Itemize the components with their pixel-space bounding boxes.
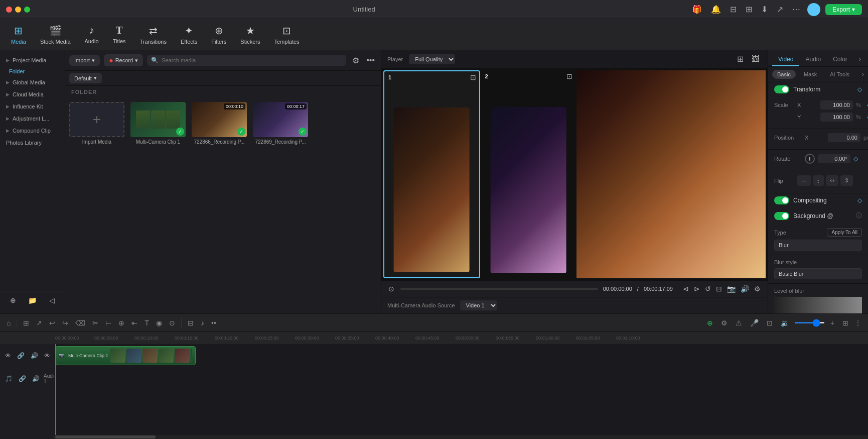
tl-add-btn[interactable]: + [828, 317, 837, 328]
list-item[interactable]: + Import Media [69, 102, 124, 145]
rotate-dial[interactable] [805, 154, 815, 164]
preview-icon-1[interactable]: ⊞ [735, 53, 746, 65]
apply-all-button[interactable]: Apply To All [827, 228, 862, 237]
toolbar-audio[interactable]: ♪ Audio [79, 22, 105, 47]
sub-tab-more-icon[interactable]: › [862, 71, 864, 78]
tab-video[interactable]: Video [772, 53, 799, 66]
more-tabs-icon[interactable]: › [856, 53, 864, 66]
tl-list-view-btn[interactable]: ⊞ [840, 317, 851, 328]
fullscreen-button[interactable] [24, 7, 30, 13]
compositing-keyframe[interactable]: ◇ [857, 197, 862, 204]
compositing-toggle[interactable] [774, 196, 789, 204]
sub-tab-basic[interactable]: Basic [772, 70, 796, 79]
tl-marker-btn[interactable]: ◉ [154, 317, 165, 328]
camera-view-2[interactable]: 2 ⊡ [481, 70, 576, 278]
track-eye-icon[interactable]: 👁 [3, 351, 13, 360]
flip-v-btn[interactable]: ↕ [813, 175, 824, 186]
toolbar-stock[interactable]: 🎬 Stock Media [34, 22, 77, 48]
tl-mic-btn[interactable]: 🎤 [748, 317, 761, 328]
tl-trim-btn[interactable]: ⊢ [103, 317, 114, 328]
audio-track-icon-1[interactable]: 🎵 [3, 374, 15, 383]
sidebar-item-folder[interactable]: Folder [0, 66, 65, 76]
tl-audio-btn[interactable]: ♪ [198, 317, 207, 328]
more-options-icon[interactable]: ••• [364, 55, 377, 66]
fullscreen-button[interactable]: ⊡ [715, 284, 723, 294]
track-link-icon[interactable]: 🔗 [15, 351, 27, 360]
track-audio-icon[interactable]: 🔊 [29, 351, 40, 360]
tl-grid-view-btn[interactable]: ⋮ [852, 317, 864, 328]
scale-y-input[interactable] [820, 113, 853, 122]
audio-track-icon-2[interactable]: 🔗 [17, 374, 28, 383]
tl-select-btn[interactable]: ↗ [34, 317, 45, 328]
speed-button[interactable]: ↺ [704, 284, 712, 294]
rotate-keyframe[interactable]: ◇ [853, 155, 858, 162]
list-item[interactable]: 00:00:10 ✓ 722866_Recording P... [192, 102, 247, 145]
tab-audio[interactable]: Audio [799, 53, 827, 66]
flip-h2-btn[interactable]: ⇔ [826, 175, 838, 186]
scrollbar-thumb[interactable] [55, 435, 156, 438]
timeline-scrollbar[interactable] [54, 435, 868, 439]
tl-home-btn[interactable]: ⌂ [4, 317, 13, 328]
sidebar-item-global-media[interactable]: ▶ Global Media [0, 76, 65, 88]
grid-icon[interactable]: ⊟ [728, 4, 739, 15]
tl-redo-btn[interactable]: ↪ [60, 317, 71, 328]
sidebar-item-project-media[interactable]: ▶ Project Media [0, 54, 65, 66]
video-clip[interactable]: 📷 Multi-Camera Clip 1 [55, 346, 196, 365]
tl-alert-btn[interactable]: ⚠ [733, 317, 745, 328]
tl-snap-btn[interactable]: ⊟ [185, 317, 196, 328]
tl-more-btn[interactable]: •• [209, 317, 219, 328]
quality-select[interactable]: Full Quality [409, 54, 455, 64]
tl-split-btn[interactable]: ✂ [90, 317, 101, 328]
minimize-button[interactable] [15, 7, 21, 13]
import-media-thumb[interactable]: + [69, 102, 124, 137]
close-button[interactable] [6, 7, 12, 13]
tl-voiceover-btn[interactable]: ⊡ [764, 317, 775, 328]
tab-color[interactable]: Color [827, 53, 853, 66]
tl-ripple-btn[interactable]: ⇤ [129, 317, 140, 328]
tl-multicam-btn[interactable]: ⊞ [21, 317, 32, 328]
gift-icon[interactable]: 🎁 [690, 4, 704, 15]
toolbar-stickers[interactable]: ★ Stickers [234, 22, 266, 48]
sub-tab-ai-tools[interactable]: AI Tools [825, 70, 854, 79]
import-button[interactable]: Import ▾ [69, 55, 100, 66]
tl-settings-btn[interactable]: ⚙ [718, 317, 730, 328]
play-button[interactable]: ⊙ [387, 284, 395, 294]
blur-type-select[interactable]: Blur [774, 240, 862, 251]
tl-undo-btn[interactable]: ↩ [47, 317, 58, 328]
download-icon[interactable]: ⬇ [759, 4, 770, 15]
flip-h-btn[interactable]: ↔ [797, 175, 811, 186]
export-button[interactable]: Export ▾ [825, 4, 862, 15]
notification-icon[interactable]: 🔔 [709, 4, 723, 15]
audio-source-select[interactable]: Video 1 [460, 300, 497, 310]
list-item[interactable]: ✓ Multi-Camera Clip 1 [130, 102, 186, 145]
sidebar-item-photos-library[interactable]: Photos Library [0, 137, 65, 149]
filter-icon[interactable]: ⚙ [350, 55, 361, 66]
sidebar-add-icon[interactable]: ⊕ [8, 295, 18, 305]
tl-volume-slider[interactable] [795, 322, 825, 323]
transform-keyframe-btn[interactable]: ◇ [857, 86, 862, 93]
track-visibility-icon[interactable]: 👁 [42, 351, 52, 360]
pos-x-input[interactable] [828, 133, 860, 142]
tl-zoom-btn[interactable]: ⊙ [167, 317, 178, 328]
transform-toggle[interactable] [774, 85, 789, 93]
toolbar-titles[interactable]: T Titles [107, 22, 132, 47]
blur-style-select[interactable]: Basic Blur [774, 268, 862, 279]
sidebar-collapse-icon[interactable]: ◁ [47, 295, 57, 305]
list-item[interactable]: 00:00:17 ✓ 722869_Recording P... [253, 102, 308, 145]
rotate-input[interactable] [818, 154, 850, 163]
flip-v2-btn[interactable]: ⇕ [840, 175, 853, 186]
tl-title-btn[interactable]: T [142, 317, 152, 328]
default-sort-button[interactable]: Default ▾ [69, 73, 102, 83]
tl-extract-btn[interactable]: ⊕ [116, 317, 127, 328]
settings-button-ctrl[interactable]: ⚙ [753, 284, 762, 294]
progress-bar[interactable] [400, 288, 598, 290]
toolbar-media[interactable]: ⊞ Media [5, 22, 32, 48]
tl-delete-btn[interactable]: ⌫ [73, 317, 88, 328]
sub-tab-mask[interactable]: Mask [799, 70, 822, 79]
tl-vol-down-btn[interactable]: 🔉 [778, 317, 792, 328]
audio-track-icon-3[interactable]: 🔊 [30, 374, 42, 383]
sidebar-item-influence-kit[interactable]: ▶ Influence Kit [0, 100, 65, 113]
camera-view-1[interactable]: 1 ⊡ [383, 70, 480, 278]
toolbar-effects[interactable]: ✦ Effects [175, 22, 203, 48]
sidebar-item-adjustment[interactable]: ▶ Adjustment L... [0, 113, 65, 125]
